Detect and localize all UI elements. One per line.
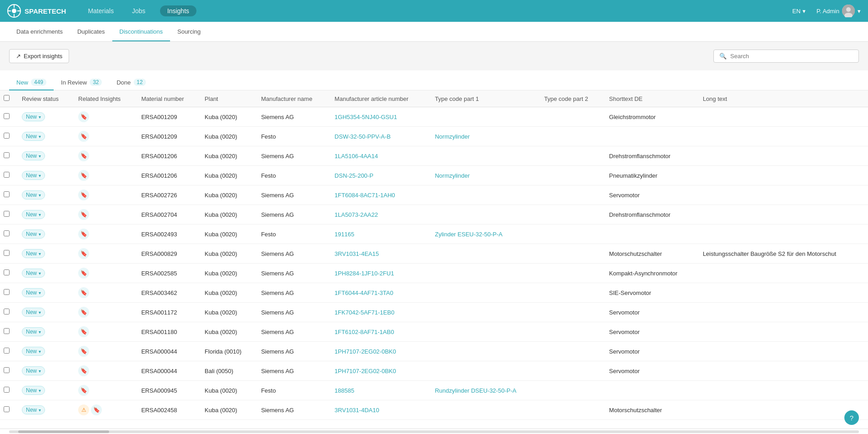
logo[interactable]: SPARETECH bbox=[7, 4, 66, 18]
row-article-number[interactable]: 188585 bbox=[329, 381, 430, 400]
tab-done[interactable]: Done 12 bbox=[109, 75, 153, 90]
teal-insight-icon[interactable]: 🔖 bbox=[91, 404, 102, 415]
teal-insight-icon[interactable]: 🔖 bbox=[78, 385, 89, 396]
teal-insight-icon[interactable]: 🔖 bbox=[78, 307, 89, 318]
select-all-checkbox[interactable] bbox=[4, 95, 10, 101]
row-type-code-2 bbox=[539, 322, 604, 342]
search-input[interactable] bbox=[730, 53, 853, 60]
row-article-number[interactable]: 3RV1031-4EA15 bbox=[329, 244, 430, 264]
tab-in-review[interactable]: In Review 32 bbox=[54, 75, 109, 90]
row-checkbox[interactable] bbox=[4, 367, 10, 373]
teal-insight-icon[interactable]: 🔖 bbox=[78, 248, 89, 259]
teal-insight-icon[interactable]: 🔖 bbox=[78, 365, 89, 376]
row-checkbox[interactable] bbox=[4, 387, 10, 393]
subnav-duplicates[interactable]: Duplicates bbox=[70, 23, 112, 41]
teal-insight-icon[interactable]: 🔖 bbox=[78, 268, 89, 279]
row-plant: Kuba (0020) bbox=[199, 264, 256, 283]
row-article-number[interactable]: 1LA5073-2AA22 bbox=[329, 205, 430, 224]
row-type-code-1[interactable]: Normzylinder bbox=[429, 127, 538, 146]
row-checkbox[interactable] bbox=[4, 250, 10, 256]
status-pill[interactable]: New ▾ bbox=[22, 229, 45, 239]
row-checkbox[interactable] bbox=[4, 172, 10, 178]
status-pill[interactable]: New ▾ bbox=[22, 249, 45, 258]
row-type-code-2 bbox=[539, 342, 604, 361]
tab-new[interactable]: New 449 bbox=[9, 75, 54, 90]
row-checkbox[interactable] bbox=[4, 211, 10, 217]
row-checkbox[interactable] bbox=[4, 269, 10, 275]
row-article-number[interactable]: 1FT6084-8AC71-1AH0 bbox=[329, 185, 430, 205]
row-material-number: ERSA002704 bbox=[136, 205, 199, 224]
user-area[interactable]: P. Admin ▾ bbox=[817, 5, 861, 17]
row-article-number[interactable]: 1FK7042-5AF71-1EB0 bbox=[329, 303, 430, 322]
nav-insights[interactable]: Insights bbox=[160, 5, 196, 16]
row-shorttext: SIE-Servomotor bbox=[604, 283, 697, 303]
status-pill[interactable]: New ▾ bbox=[22, 269, 45, 278]
status-pill[interactable]: New ▾ bbox=[22, 308, 45, 317]
row-status: New ▾ bbox=[16, 361, 73, 381]
row-checkbox[interactable] bbox=[4, 309, 10, 314]
row-article-number[interactable]: DSW-32-50-PPV-A-B bbox=[329, 127, 430, 146]
lang-selector[interactable]: EN ▾ bbox=[793, 8, 806, 15]
teal-insight-icon[interactable]: 🔖 bbox=[78, 190, 89, 200]
status-pill[interactable]: New ▾ bbox=[22, 132, 45, 141]
row-status: New ▾ bbox=[16, 303, 73, 322]
table-row: New ▾🔖ERSA002726Kuba (0020)Siemens AG1FT… bbox=[0, 185, 868, 205]
teal-insight-icon[interactable]: 🔖 bbox=[78, 287, 89, 298]
row-checkbox[interactable] bbox=[4, 230, 10, 236]
teal-insight-icon[interactable]: 🔖 bbox=[78, 131, 89, 142]
row-checkbox[interactable] bbox=[4, 348, 10, 354]
orange-insight-icon[interactable]: ⚠ bbox=[78, 404, 89, 415]
row-checkbox[interactable] bbox=[4, 328, 10, 334]
row-checkbox[interactable] bbox=[4, 133, 10, 139]
help-button[interactable]: ? bbox=[844, 410, 859, 425]
row-article-number[interactable]: 1PH7107-2EG02-0BK0 bbox=[329, 361, 430, 381]
col-checkbox bbox=[0, 90, 16, 107]
subnav-discontinuations[interactable]: Discontinuations bbox=[112, 23, 170, 41]
table-row: New ▾🔖ERSA002493Kuba (0020)Festo191165Zy… bbox=[0, 224, 868, 244]
row-article-number[interactable]: 1LA5106-4AA14 bbox=[329, 146, 430, 166]
row-article-number[interactable]: 1FT6044-4AF71-3TA0 bbox=[329, 283, 430, 303]
row-article-number[interactable]: 3RV1031-4DA10 bbox=[329, 400, 430, 420]
teal-insight-icon[interactable]: 🔖 bbox=[78, 170, 89, 181]
row-article-number[interactable]: DSN-25-200-P bbox=[329, 166, 430, 185]
subnav-data-enrichments[interactable]: Data enrichments bbox=[9, 23, 70, 41]
scrollbar-track[interactable] bbox=[9, 430, 859, 433]
row-checkbox[interactable] bbox=[4, 289, 10, 295]
row-article-number[interactable]: 1PH7107-2EG02-0BK0 bbox=[329, 342, 430, 361]
row-checkbox[interactable] bbox=[4, 191, 10, 197]
nav-materials[interactable]: Materials bbox=[84, 5, 117, 16]
teal-insight-icon[interactable]: 🔖 bbox=[78, 229, 89, 239]
row-checkbox[interactable] bbox=[4, 406, 10, 412]
export-button[interactable]: ↗ Export insights bbox=[9, 49, 69, 63]
status-pill[interactable]: New ▾ bbox=[22, 190, 45, 200]
table-row: New ▾🔖ERSA001206Kuba (0020)Siemens AG1LA… bbox=[0, 146, 868, 166]
status-pill[interactable]: New ▾ bbox=[22, 288, 45, 297]
teal-insight-icon[interactable]: 🔖 bbox=[78, 111, 89, 122]
teal-insight-icon[interactable]: 🔖 bbox=[78, 209, 89, 220]
row-checkbox[interactable] bbox=[4, 152, 10, 158]
status-pill[interactable]: New ▾ bbox=[22, 210, 45, 219]
status-pill[interactable]: New ▾ bbox=[22, 151, 45, 160]
row-article-number[interactable]: 1PH8284-1JF10-2FU1 bbox=[329, 264, 430, 283]
teal-insight-icon[interactable]: 🔖 bbox=[78, 326, 89, 337]
row-status: New ▾ bbox=[16, 244, 73, 264]
row-article-number[interactable]: 1GH5354-5NJ40-GSU1 bbox=[329, 107, 430, 127]
status-pill[interactable]: New ▾ bbox=[22, 347, 45, 356]
status-pill[interactable]: New ▾ bbox=[22, 366, 45, 375]
status-pill[interactable]: New ▾ bbox=[22, 386, 45, 395]
status-pill[interactable]: New ▾ bbox=[22, 112, 45, 121]
row-type-code-1[interactable]: Rundzylinder DSEU-32-50-P-A bbox=[429, 381, 538, 400]
row-checkbox[interactable] bbox=[4, 113, 10, 119]
status-pill[interactable]: New ▾ bbox=[22, 171, 45, 180]
teal-insight-icon[interactable]: 🔖 bbox=[78, 150, 89, 161]
row-type-code-1[interactable]: Zylinder ESEU-32-50-P-A bbox=[429, 224, 538, 244]
row-article-number[interactable]: 1FT6102-8AF71-1AB0 bbox=[329, 322, 430, 342]
scrollbar-thumb[interactable] bbox=[18, 430, 109, 433]
status-pill[interactable]: New ▾ bbox=[22, 405, 45, 414]
row-article-number[interactable]: 191165 bbox=[329, 224, 430, 244]
status-pill[interactable]: New ▾ bbox=[22, 327, 45, 336]
row-type-code-1[interactable]: Normzylinder bbox=[429, 166, 538, 185]
subnav-sourcing[interactable]: Sourcing bbox=[170, 23, 208, 41]
nav-jobs[interactable]: Jobs bbox=[128, 5, 149, 16]
teal-insight-icon[interactable]: 🔖 bbox=[78, 346, 89, 357]
